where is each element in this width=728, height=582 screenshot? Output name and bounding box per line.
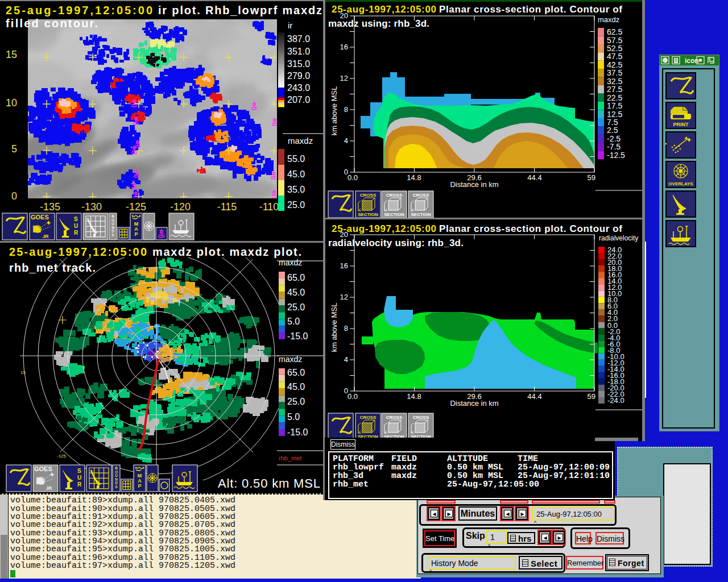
- svg-text:5.0: 5.0: [287, 412, 300, 422]
- svg-text:CROSS: CROSS: [360, 193, 377, 198]
- svg-text:12: 12: [340, 74, 348, 82]
- svg-text:5: 5: [11, 143, 17, 155]
- svg-text:CROSS: CROSS: [386, 193, 403, 198]
- svg-text:maxdz: maxdz: [598, 15, 619, 24]
- svg-text:-115: -115: [217, 201, 237, 213]
- svg-text:U: U: [74, 223, 78, 229]
- svg-text:0.0: 0.0: [348, 173, 358, 182]
- svg-text:OVERLAYS: OVERLAYS: [668, 181, 693, 186]
- svg-text:SECTION: SECTION: [411, 212, 431, 217]
- svg-text:351.0: 351.0: [287, 47, 310, 56]
- svg-text:20: 20: [340, 230, 348, 239]
- svg-text:25-aug-1997,12:05:00: 25-aug-1997,12:05:00: [9, 246, 147, 258]
- svg-text:14.8: 14.8: [407, 392, 421, 401]
- svg-text:45.0: 45.0: [287, 169, 305, 179]
- svg-text:45.0: 45.0: [287, 382, 305, 392]
- svg-text:radialvelocity using: rhb_3d.: radialvelocity using: rhb_3d.: [328, 238, 464, 248]
- svg-text:CROSS: CROSS: [413, 193, 429, 198]
- svg-text:5.0: 5.0: [287, 317, 300, 326]
- svg-text:S: S: [115, 485, 118, 489]
- svg-text:P: P: [138, 483, 141, 489]
- svg-text:CROSS: CROSS: [360, 415, 377, 420]
- svg-text:65.0: 65.0: [287, 368, 305, 377]
- svg-text:4: 4: [344, 355, 348, 364]
- svg-text:0.0: 0.0: [348, 392, 358, 401]
- svg-text:4: 4: [344, 136, 348, 145]
- svg-text:-125: -125: [126, 201, 146, 213]
- svg-text:GOES: GOES: [34, 465, 52, 472]
- svg-text:filled contour.: filled contour.: [6, 17, 98, 30]
- svg-text:-24.0: -24.0: [607, 396, 624, 405]
- svg-text:-110: -110: [259, 201, 279, 213]
- svg-text:maxdz: maxdz: [279, 258, 302, 267]
- svg-text:-120: -120: [170, 201, 191, 213]
- svg-text:PRINT: PRINT: [673, 122, 689, 127]
- svg-text:25-aug-1997,12:05:00: 25-aug-1997,12:05:00: [6, 4, 152, 16]
- svg-text:15: 15: [6, 49, 17, 60]
- svg-text:25.0: 25.0: [287, 397, 305, 406]
- svg-text:59: 59: [588, 392, 595, 401]
- svg-text:R: R: [74, 230, 78, 236]
- svg-text:maxdz plot. maxdz plot.: maxdz plot. maxdz plot.: [152, 246, 301, 258]
- svg-text:P: P: [134, 231, 138, 237]
- svg-text:Distance in km: Distance in km: [450, 399, 498, 408]
- svg-text:15: 15: [20, 370, 26, 375]
- svg-text:25.0: 25.0: [287, 302, 305, 312]
- svg-text:8: 8: [344, 324, 348, 332]
- svg-text:20: 20: [340, 11, 348, 20]
- svg-text:SECTION: SECTION: [358, 212, 378, 217]
- svg-text:km above MSL: km above MSL: [330, 303, 338, 352]
- svg-text:Planar cross-section plot. Co: Planar cross-section plot. Contour of: [439, 223, 622, 234]
- svg-text:.IR: .IR: [46, 485, 52, 491]
- svg-text:65.0: 65.0: [287, 273, 305, 282]
- svg-text:-15.0: -15.0: [287, 331, 308, 341]
- svg-text:45.0: 45.0: [287, 288, 305, 297]
- svg-text:Alt: 0.50 km MSL: Alt: 0.50 km MSL: [218, 476, 320, 490]
- svg-text:-130: -130: [81, 201, 102, 213]
- svg-text:16: 16: [340, 261, 348, 270]
- svg-text:maxdz: maxdz: [279, 355, 302, 364]
- svg-text:243.0: 243.0: [287, 83, 310, 93]
- svg-text:279.0: 279.0: [287, 71, 310, 81]
- svg-text:S: S: [111, 233, 114, 237]
- svg-text:Planar cross-section plot. Co: Planar cross-section plot. Contour of: [439, 4, 622, 15]
- svg-text:44.4: 44.4: [527, 173, 541, 182]
- svg-text:Distance in km: Distance in km: [450, 180, 498, 189]
- svg-text:387.0: 387.0: [287, 34, 310, 44]
- svg-text:207.0: 207.0: [287, 95, 310, 105]
- svg-text:rhb_met: rhb_met: [279, 455, 301, 462]
- svg-text:16: 16: [340, 43, 348, 51]
- svg-text:S: S: [74, 216, 78, 222]
- svg-text:-125: -125: [57, 454, 67, 459]
- svg-text:14.8: 14.8: [407, 173, 421, 182]
- svg-text:ir: ir: [288, 20, 292, 30]
- svg-text:8: 8: [344, 105, 348, 114]
- svg-text:55.0: 55.0: [287, 154, 305, 164]
- svg-text:GOES: GOES: [31, 214, 49, 221]
- svg-text:km above MSL: km above MSL: [330, 86, 338, 136]
- svg-text:CROSS: CROSS: [386, 415, 403, 420]
- svg-text:.IR: .IR: [42, 234, 49, 239]
- svg-text:R: R: [77, 481, 82, 488]
- svg-text:-135: -135: [40, 201, 60, 213]
- svg-text:-12.5: -12.5: [607, 151, 625, 160]
- svg-text:U: U: [77, 475, 81, 481]
- svg-text:0: 0: [11, 190, 17, 202]
- svg-text:radialvelocity: radialvelocity: [599, 234, 638, 242]
- svg-text:S: S: [77, 468, 81, 474]
- svg-text:SECTION: SECTION: [384, 212, 404, 217]
- svg-text:35.0: 35.0: [287, 185, 305, 194]
- svg-text:315.0: 315.0: [287, 59, 310, 69]
- svg-text:44.4: 44.4: [527, 392, 541, 401]
- svg-text:CROSS: CROSS: [413, 415, 429, 420]
- svg-text:12: 12: [340, 293, 348, 301]
- svg-text:maxdz: maxdz: [288, 136, 313, 146]
- svg-text:ir plot. Rhb_lowprf maxdz: ir plot. Rhb_lowprf maxdz: [158, 4, 322, 16]
- svg-text:59: 59: [588, 173, 595, 182]
- svg-text:25.0: 25.0: [287, 200, 305, 210]
- svg-text:10: 10: [6, 97, 17, 109]
- svg-text:-15.0: -15.0: [287, 427, 308, 437]
